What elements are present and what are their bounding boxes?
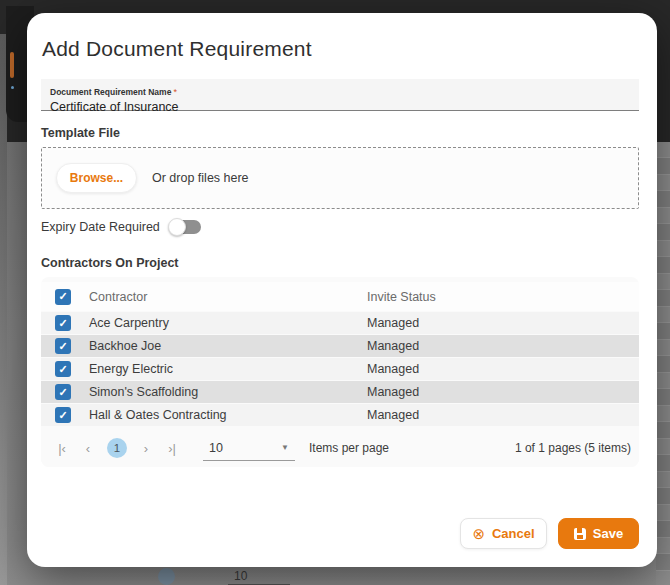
expiry-date-row: Expiry Date Required [41,220,201,234]
dialog-actions: ⊗ Cancel Save [460,518,639,549]
table-row[interactable]: ✓ Simon's Scaffolding Managed [41,381,639,403]
background-logo-fragment [10,52,14,78]
row-checkbox[interactable]: ✓ [55,384,71,400]
select-all-checkbox[interactable]: ✓ [55,289,71,305]
template-file-label: Template File [41,126,120,140]
contractor-name: Hall & Oates Contracting [85,408,367,422]
contractor-column-header[interactable]: Contractor [85,290,367,304]
browse-button[interactable]: Browse... [56,163,137,193]
previous-page-icon[interactable]: ‹ [75,437,101,459]
save-button[interactable]: Save [558,518,639,549]
chevron-down-icon: ▼ [281,443,295,452]
cancel-button-label: Cancel [492,526,535,541]
background-dot [11,86,14,89]
background-pager-size-hint: 10 [234,569,247,583]
dialog-title: Add Document Requirement [42,37,312,61]
row-checkbox[interactable]: ✓ [55,407,71,423]
document-requirement-name-input[interactable] [50,99,639,114]
check-icon: ✓ [58,409,67,422]
contractor-name: Energy Electric [85,362,367,376]
contractors-grid: ✓ Contractor Invite Status ✓ Ace Carpent… [41,277,639,467]
toggle-knob [168,218,186,236]
document-requirement-name-label: Document Requirement Name [50,87,171,97]
page-size-value: 10 [203,441,281,455]
table-row[interactable]: ✓ Backhoe Joe Managed [41,335,639,357]
add-document-requirement-dialog: Add Document Requirement Document Requir… [27,13,657,567]
expiry-date-required-label: Expiry Date Required [41,220,160,234]
items-per-page-label: Items per page [309,441,389,455]
invite-status: Managed [367,385,639,399]
required-asterisk: * [173,87,177,97]
cancel-button[interactable]: ⊗ Cancel [460,518,547,549]
background-left-strip [0,34,7,585]
background-table-stripes [656,142,670,585]
check-icon: ✓ [58,290,67,303]
document-requirement-name-field[interactable]: Document Requirement Name* [41,79,639,111]
cancel-circle-x-icon: ⊗ [472,526,485,541]
grid-pager: |‹ ‹ 1 › ›| 10 ▼ Items per page 1 of 1 p… [41,429,639,467]
row-checkbox[interactable]: ✓ [55,338,71,354]
invite-status: Managed [367,408,639,422]
save-floppy-icon [574,528,586,540]
save-button-label: Save [593,526,623,541]
check-icon: ✓ [58,386,67,399]
first-page-icon[interactable]: |‹ [49,437,75,459]
expiry-date-toggle[interactable] [170,220,201,234]
contractor-name: Simon's Scaffolding [85,385,367,399]
grid-header-row: ✓ Contractor Invite Status [41,282,639,311]
contractor-name: Backhoe Joe [85,339,367,353]
contractors-on-project-label: Contractors On Project [41,256,179,270]
file-dropzone[interactable]: Browse... Or drop files here [41,147,639,209]
next-page-icon[interactable]: › [133,437,159,459]
table-row[interactable]: ✓ Ace Carpentry Managed [41,312,639,334]
invite-status-column-header[interactable]: Invite Status [367,290,639,304]
row-checkbox[interactable]: ✓ [55,315,71,331]
contractor-name: Ace Carpentry [85,316,367,330]
row-checkbox[interactable]: ✓ [55,361,71,377]
page-size-select[interactable]: 10 ▼ [203,435,295,461]
invite-status: Managed [367,316,639,330]
table-row[interactable]: ✓ Energy Electric Managed [41,358,639,380]
check-icon: ✓ [58,363,67,376]
background-pager-page-circle [158,568,175,585]
dropzone-hint-text: Or drop files here [152,171,249,185]
check-icon: ✓ [58,317,67,330]
table-row[interactable]: ✓ Hall & Oates Contracting Managed [41,404,639,426]
invite-status: Managed [367,339,639,353]
invite-status: Managed [367,362,639,376]
pager-summary: 1 of 1 pages (5 items) [515,441,631,455]
last-page-icon[interactable]: ›| [159,437,185,459]
check-icon: ✓ [58,340,67,353]
current-page-button[interactable]: 1 [107,438,127,458]
